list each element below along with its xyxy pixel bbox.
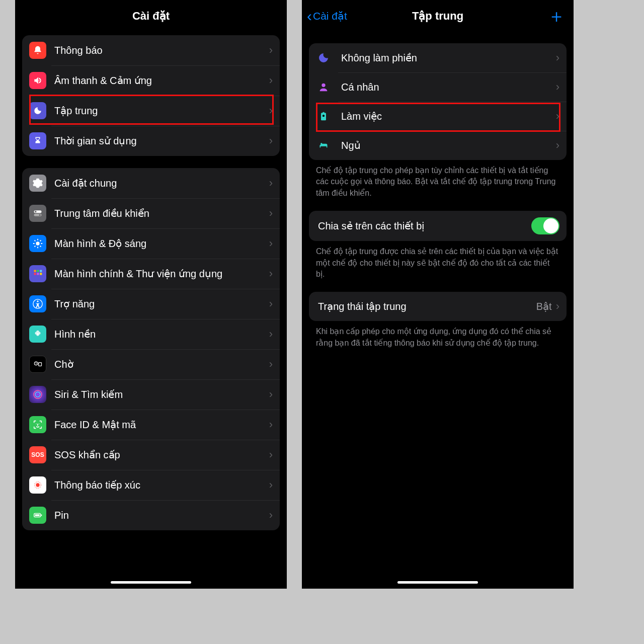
add-button[interactable]: ＋ (547, 7, 566, 25)
home-indicator[interactable] (397, 581, 478, 584)
svg-point-20 (37, 300, 38, 302)
settings-group-1: Thông báo › Âm thanh & Cảm ứng › Tập tru… (22, 35, 280, 156)
chevron-left-icon: ‹ (307, 9, 312, 24)
phone-left: Cài đặt Thông báo › Âm thanh & Cảm ứng ›… (15, 0, 287, 589)
row-focus-status[interactable]: Trạng thái tập trung Bật › (309, 292, 567, 321)
svg-point-31 (321, 84, 325, 87)
chevron-right-icon: › (269, 510, 273, 521)
chevron-right-icon: › (269, 359, 273, 370)
speaker-icon (29, 72, 46, 89)
chevron-right-icon: › (556, 111, 559, 122)
bell-icon (29, 42, 46, 59)
row-standby[interactable]: Chờ › (22, 349, 280, 379)
row-label: Màn hình chính & Thư viện ứng dụng (54, 268, 269, 280)
settings-group-2: Cài đặt chung › Trung tâm điều khiển › M… (22, 168, 280, 530)
row-share-across-devices[interactable]: Chia sẻ trên các thiết bị (309, 211, 567, 241)
row-sleep[interactable]: Ngủ › (309, 131, 567, 160)
row-dnd[interactable]: Không làm phiền › (309, 43, 567, 72)
row-value: Bật (536, 300, 552, 312)
chevron-right-icon: › (556, 301, 559, 312)
accessibility-icon (29, 295, 46, 312)
svg-rect-16 (34, 273, 36, 275)
row-control-center[interactable]: Trung tâm điều khiển › (22, 198, 280, 228)
row-sounds[interactable]: Âm thanh & Cảm ứng › (22, 65, 280, 96)
svg-point-25 (35, 392, 40, 397)
home-indicator[interactable] (111, 581, 191, 584)
chevron-right-icon: › (556, 140, 559, 151)
nav-bar: ‹ Cài đặt Tập trung ＋ (302, 3, 574, 29)
svg-rect-23 (39, 363, 42, 366)
battery-icon (29, 507, 46, 524)
svg-point-2 (35, 211, 36, 212)
row-label: Trạng thái tập trung (318, 300, 536, 312)
clock-icon (29, 356, 46, 373)
chevron-right-icon: › (269, 419, 273, 430)
row-label: Làm việc (341, 110, 556, 122)
row-label: Thời gian sử dụng (54, 135, 269, 147)
svg-line-11 (34, 246, 35, 247)
toggle-switch[interactable] (531, 217, 559, 234)
back-label: Cài đặt (313, 10, 347, 22)
row-general[interactable]: Cài đặt chung › (22, 168, 280, 198)
chevron-right-icon: › (269, 329, 273, 340)
row-label: SOS khẩn cấp (54, 449, 269, 461)
svg-line-12 (40, 240, 41, 241)
row-label: Thông báo (54, 45, 269, 56)
svg-rect-17 (37, 273, 39, 275)
row-battery[interactable]: Pin › (22, 500, 280, 530)
row-label: Chờ (54, 358, 269, 370)
row-work[interactable]: Làm việc › (309, 102, 567, 131)
nav-bar: Cài đặt (15, 3, 287, 29)
row-label: Cài đặt chung (54, 177, 269, 189)
svg-line-9 (34, 240, 35, 241)
row-notifications[interactable]: Thông báo › (22, 35, 280, 65)
row-label: Face ID & Mật mã (54, 419, 269, 431)
row-siri[interactable]: Siri & Tìm kiếm › (22, 379, 280, 410)
siri-icon (29, 386, 46, 403)
row-label: Chia sẻ trên các thiết bị (318, 220, 531, 232)
svg-point-26 (36, 483, 39, 487)
svg-rect-29 (41, 514, 42, 516)
svg-rect-34 (323, 112, 324, 114)
status-group: Trạng thái tập trung Bật › (309, 292, 567, 321)
row-label: Âm thanh & Cảm ứng (54, 74, 269, 87)
person-icon (316, 82, 331, 93)
phone-right: ‹ Cài đặt Tập trung ＋ Không làm phiền › … (302, 0, 574, 589)
exposure-icon (29, 476, 46, 494)
chevron-right-icon: › (269, 389, 273, 400)
chevron-right-icon: › (269, 449, 273, 460)
row-home-screen[interactable]: Màn hình chính & Thư viện ứng dụng › (22, 259, 280, 289)
chevron-right-icon: › (556, 82, 559, 93)
row-screentime[interactable]: Thời gian sử dụng › (22, 126, 280, 156)
svg-point-3 (39, 214, 41, 216)
row-label: Hình nền (54, 328, 269, 340)
flower-icon (29, 326, 46, 343)
row-personal[interactable]: Cá nhân › (309, 72, 567, 102)
row-focus[interactable]: Tập trung › (22, 96, 280, 126)
chevron-right-icon: › (269, 135, 273, 146)
moon-icon (316, 52, 331, 64)
svg-point-4 (36, 242, 39, 245)
back-button[interactable]: ‹ Cài đặt (307, 9, 347, 24)
chevron-right-icon: › (269, 178, 273, 189)
chevron-right-icon: › (269, 45, 273, 56)
sun-icon (29, 235, 46, 252)
chevron-right-icon: › (269, 268, 273, 279)
row-display[interactable]: Màn hình & Độ sáng › (22, 228, 280, 259)
chevron-right-icon: › (269, 238, 273, 249)
chevron-right-icon: › (556, 52, 559, 63)
sos-icon: SOS (29, 446, 46, 463)
row-accessibility[interactable]: Trợ năng › (22, 289, 280, 319)
moon-icon (29, 102, 46, 119)
hourglass-icon (29, 132, 46, 149)
row-wallpaper[interactable]: Hình nền › (22, 319, 280, 349)
row-exposure[interactable]: Thông báo tiếp xúc › (22, 470, 280, 500)
nav-title: Tập trung (412, 10, 463, 23)
svg-rect-18 (40, 273, 42, 275)
row-faceid[interactable]: Face ID & Mật mã › (22, 410, 280, 440)
chevron-right-icon: › (269, 298, 273, 309)
row-label: Không làm phiền (341, 52, 556, 64)
row-sos[interactable]: SOS SOS khẩn cấp › (22, 440, 280, 470)
badge-icon (316, 110, 331, 122)
nav-title: Cài đặt (132, 10, 170, 23)
